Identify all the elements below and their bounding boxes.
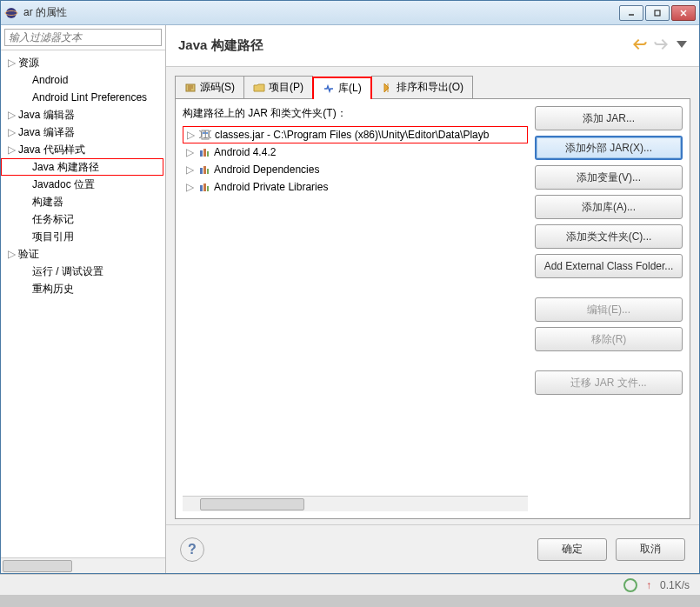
svg-text:010: 010 [199,129,211,141]
action-button[interactable]: 添加变量(V)... [535,165,683,190]
main-header: Java 构建路径 [166,25,699,67]
jar-list-panel: 构建路径上的 JAR 和类文件夹(T)： ▷010classes.jar - C… [183,106,528,511]
statusbar: ↑ 0.1K/s [0,574,700,595]
jar-row[interactable]: ▷Android 4.4.2 [183,143,528,161]
speed-label: 0.1K/s [660,579,690,591]
jar-icon: 010 [199,129,211,141]
tab-icon [253,82,265,94]
expand-icon[interactable]: ▷ [186,163,195,176]
window-buttons [619,5,696,21]
filter-input[interactable] [4,29,162,46]
page-title: Java 构建路径 [178,37,263,54]
nav-arrows [633,37,689,51]
tree-item[interactable]: Java 构建路径 [1,158,163,176]
svg-point-0 [6,8,17,18]
tree-item[interactable]: Android [1,71,165,89]
tab[interactable]: 排序和导出(O) [371,76,473,98]
action-button[interactable]: 添加库(A)... [535,195,683,219]
svg-rect-10 [200,150,203,157]
action-button[interactable]: 添加类文件夹(C)... [535,224,683,249]
expand-icon[interactable]: ▷ [8,57,18,69]
tab-label: 排序和导出(O) [397,80,463,95]
action-button[interactable]: 添加 JAR... [535,106,683,130]
window-title: ar 的属性 [23,5,619,20]
tree-item-label: 构建器 [32,195,63,210]
minimize-button[interactable] [619,5,643,21]
expand-icon[interactable]: ▷ [187,129,196,141]
svg-rect-14 [203,166,206,174]
button-column: 添加 JAR...添加外部 JAR(X)...添加变量(V)...添加库(A).… [535,106,683,511]
titlebar[interactable]: ar 的属性 [1,1,699,25]
tree-item-label: Android [32,74,68,86]
tree-item[interactable]: ▷Java 编译器 [1,123,165,141]
tree-item[interactable]: 任务标记 [1,210,165,228]
ok-button[interactable]: 确定 [537,538,607,561]
tree-item[interactable]: 构建器 [1,193,165,210]
jar-row[interactable]: ▷Android Dependencies [183,161,528,178]
tree-item-label: Java 代码样式 [18,143,85,157]
tree-item[interactable]: Javadoc 位置 [1,176,165,193]
upload-icon: ↑ [646,579,651,591]
close-button[interactable] [671,5,696,21]
cancel-button[interactable]: 取消 [616,538,685,561]
menu-chevron-icon[interactable] [675,37,689,51]
tree-item[interactable]: ▷Java 编辑器 [1,106,165,123]
tree-item-label: Java 构建路径 [32,160,99,175]
sidebar-tree[interactable]: ▷资源AndroidAndroid Lint Preferences▷Java … [1,50,165,557]
jar-row[interactable]: ▷010classes.jar - C:\Program Files (x86)… [183,126,528,143]
action-button: 编辑(E)... [535,297,683,322]
expand-icon[interactable]: ▷ [8,109,18,121]
action-button: 迁移 JAR 文件... [535,370,683,395]
maximize-button[interactable] [645,5,670,21]
tab-icon [381,82,393,94]
help-button[interactable]: ? [180,537,204,562]
status-icon [623,578,637,592]
jar-scrollbar[interactable] [183,496,528,511]
lib-icon [198,146,210,158]
jar-label: Android Private Libraries [214,181,328,193]
main-content: 源码(S)项目(P)库(L)排序和导出(O) 构建路径上的 JAR 和类文件夹(… [166,67,699,524]
tree-item[interactable]: Android Lint Preferences [1,89,165,106]
jar-tree[interactable]: ▷010classes.jar - C:\Program Files (x86)… [183,126,528,511]
tab[interactable]: 项目(P) [243,76,313,98]
tree-item[interactable]: 项目引用 [1,228,165,245]
jar-label: classes.jar - C:\Program Files (x86)\Uni… [215,129,489,141]
svg-rect-11 [203,149,206,157]
tree-item-label: 资源 [18,56,39,70]
tree-item[interactable]: 重构历史 [1,280,165,297]
tab-label: 项目(P) [269,80,303,95]
tree-item-label: Java 编辑器 [18,108,75,123]
tree-item[interactable]: ▷资源 [1,54,165,71]
window-body: ▷资源AndroidAndroid Lint Preferences▷Java … [1,25,699,573]
jar-list-label: 构建路径上的 JAR 和类文件夹(T)： [183,106,528,121]
eclipse-icon [4,6,18,20]
tree-item[interactable]: ▷Java 代码样式 [1,141,165,158]
back-icon[interactable] [633,37,647,51]
expand-icon[interactable]: ▷ [8,248,18,260]
lib-icon [198,163,210,176]
tree-item[interactable]: ▷验证 [1,245,165,263]
main-panel: Java 构建路径 源码(S)项目(P)库(L)排序和导出(O) 构建路径上的 … [166,25,699,573]
tree-item-label: 运行 / 调试设置 [32,264,103,279]
scroll-thumb[interactable] [200,498,304,510]
expand-icon[interactable]: ▷ [8,126,18,138]
jar-label: Android 4.4.2 [214,146,276,158]
tab-label: 源码(S) [200,80,235,95]
svg-rect-17 [203,183,206,191]
filter-box [1,25,165,50]
action-button[interactable]: Add External Class Folder... [535,254,683,278]
jar-row[interactable]: ▷Android Private Libraries [183,178,528,196]
tree-item-label: 重构历史 [32,282,74,297]
action-button[interactable]: 添加外部 JAR(X)... [535,136,683,160]
scroll-thumb[interactable] [3,560,72,572]
sidebar-scrollbar[interactable] [1,557,165,573]
tree-item[interactable]: 运行 / 调试设置 [1,263,165,280]
expand-icon[interactable]: ▷ [186,146,195,158]
action-button: 移除(R) [535,327,683,351]
tab[interactable]: 库(L) [312,77,372,99]
expand-icon[interactable]: ▷ [8,143,18,156]
forward-icon[interactable] [654,37,668,51]
expand-icon[interactable]: ▷ [186,181,195,193]
tab[interactable]: 源码(S) [175,76,244,98]
window: ar 的属性 ▷资源AndroidAndroid Lint Preference… [0,0,700,574]
